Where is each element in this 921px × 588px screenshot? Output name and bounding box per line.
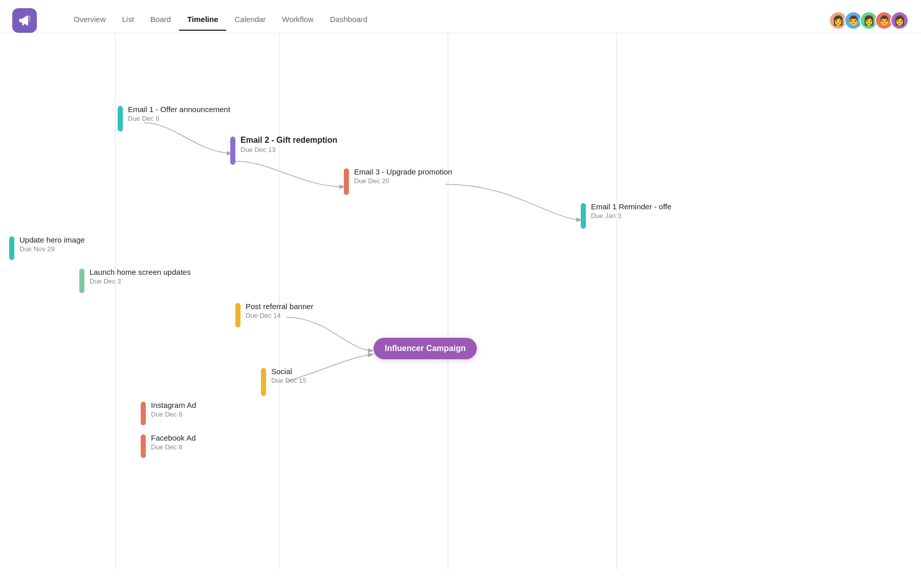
nav-tab-workflow[interactable]: Workflow [274, 11, 321, 31]
task-email1r[interactable]: Email 1 Reminder - offeDue Jan 3 [581, 202, 671, 229]
task-bar-launch [79, 269, 84, 293]
nav-tab-overview[interactable]: Overview [65, 11, 114, 31]
task-due-email3: Due Dec 20 [354, 177, 452, 185]
task-name-referral: Post referral banner [246, 302, 314, 311]
task-bar-email1r [581, 203, 586, 229]
task-bar-facebook [141, 434, 146, 458]
task-name-facebook: Facebook Ad [151, 433, 196, 442]
task-due-facebook: Due Dec 8 [151, 443, 196, 451]
task-hero[interactable]: Update hero imageDue Nov 29 [9, 235, 85, 260]
avatar-4: 👩 [890, 11, 909, 30]
nav-tab-dashboard[interactable]: Dashboard [322, 11, 376, 31]
task-name-email2: Email 2 - Gift redemption [240, 136, 337, 145]
task-name-launch: Launch home screen updates [90, 268, 191, 276]
task-name-social: Social [271, 367, 306, 376]
task-due-referral: Due Dec 14 [246, 312, 314, 319]
task-email2[interactable]: Email 2 - Gift redemptionDue Dec 13 [230, 136, 337, 165]
task-name-email1: Email 1 - Offer announcement [128, 105, 230, 114]
nav-tab-timeline[interactable]: Timeline [179, 11, 227, 31]
task-bar-hero [9, 236, 14, 260]
task-name-email1r: Email 1 Reminder - offe [591, 202, 671, 211]
app-icon [12, 8, 37, 33]
influencer-campaign-badge[interactable]: Influencer Campaign [374, 338, 477, 359]
task-email1[interactable]: Email 1 - Offer announcementDue Dec 6 [118, 105, 230, 132]
nav-tabs: OverviewListBoardTimelineCalendarWorkflo… [65, 11, 376, 31]
nav-tab-calendar[interactable]: Calendar [226, 11, 274, 31]
grid-line [448, 33, 448, 570]
task-bar-social [261, 368, 266, 396]
grid-line [115, 33, 116, 570]
task-bar-referral [235, 303, 240, 328]
grid-line [617, 33, 617, 570]
task-due-email2: Due Dec 13 [240, 146, 337, 154]
avatars: 👩👨👩👨👩 [829, 11, 909, 30]
task-social[interactable]: SocialDue Dec 15 [261, 367, 306, 396]
task-name-instagram: Instagram Ad [151, 401, 196, 409]
task-email3[interactable]: Email 3 - Upgrade promotionDue Dec 20 [344, 167, 452, 195]
timeline-area: Email 1 - Offer announcementDue Dec 6Ema… [0, 33, 921, 570]
task-name-hero: Update hero image [19, 235, 85, 244]
task-bar-email3 [344, 168, 349, 195]
task-bar-instagram [141, 402, 146, 425]
task-due-hero: Due Nov 29 [19, 245, 85, 253]
task-due-instagram: Due Dec 8 [151, 410, 196, 418]
megaphone-icon [17, 13, 32, 28]
task-due-launch: Due Dec 3 [90, 277, 191, 285]
task-referral[interactable]: Post referral bannerDue Dec 14 [235, 302, 314, 328]
nav-tab-list[interactable]: List [114, 11, 142, 31]
task-instagram[interactable]: Instagram AdDue Dec 8 [141, 401, 196, 425]
svg-line-2 [29, 20, 30, 21]
header: OverviewListBoardTimelineCalendarWorkflo… [0, 0, 921, 33]
task-name-email3: Email 3 - Upgrade promotion [354, 167, 452, 176]
task-bar-email2 [230, 137, 235, 165]
svg-line-1 [29, 16, 30, 17]
task-launch[interactable]: Launch home screen updatesDue Dec 3 [79, 268, 191, 293]
task-facebook[interactable]: Facebook AdDue Dec 8 [141, 433, 196, 458]
task-due-social: Due Dec 15 [271, 377, 306, 384]
task-bar-email1 [118, 106, 123, 132]
nav-tab-board[interactable]: Board [142, 11, 179, 31]
task-due-email1r: Due Jan 3 [591, 212, 671, 220]
task-due-email1: Due Dec 6 [128, 115, 230, 122]
